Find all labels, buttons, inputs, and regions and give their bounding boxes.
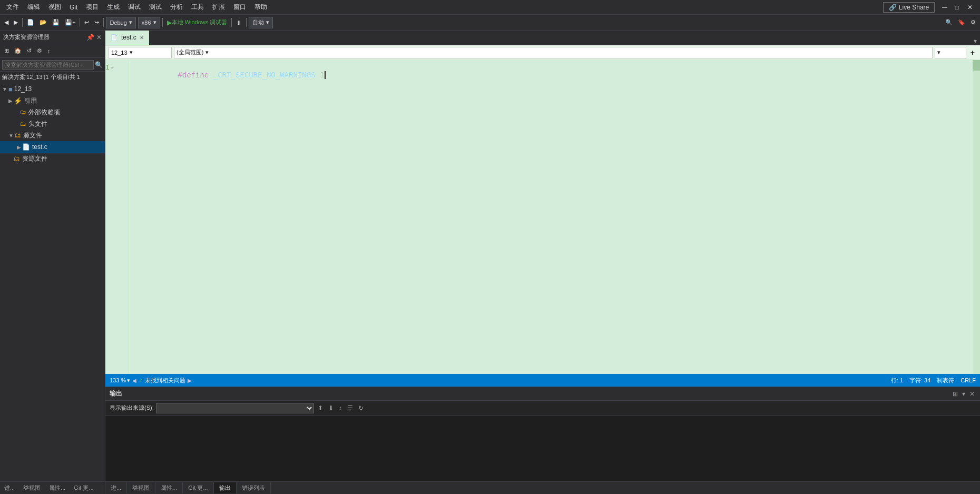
status-right: 行: 1 字符: 34 制表符 CRLF (891, 377, 976, 384)
sidebar-filter-icon[interactable]: ⚙ (35, 46, 44, 55)
output-btn-refresh[interactable]: ↻ (357, 403, 365, 413)
menu-items: 文件 编辑 视图 Git 项目 生成 调试 测试 分析 工具 扩展 窗口 帮助 (2, 1, 883, 14)
sidebar-tab-classview[interactable]: 类视图 (19, 482, 45, 493)
sidebar-search-bar: 🔍 (0, 58, 105, 72)
bottom-tab-output[interactable]: 输出 (214, 482, 237, 493)
menu-edit[interactable]: 编辑 (23, 1, 44, 14)
menu-test[interactable]: 测试 (145, 1, 166, 14)
status-left: 133 % ▾ ◀ ✓ 未找到相关问题 ▶ (110, 377, 192, 384)
toolbar-pause-btn[interactable]: ⏸ (234, 18, 244, 27)
tree-item-testc[interactable]: ▶ 📄 test.c (0, 141, 105, 153)
sidebar-search-icon[interactable]: 🔍 (95, 61, 103, 68)
window-maximize-icon[interactable]: □ (952, 3, 962, 12)
nav-right-dropdown[interactable]: ▾ (935, 47, 966, 58)
bottom-tab-solution[interactable]: 进... (105, 482, 127, 493)
editor-vertical-scrollbar[interactable] (973, 60, 980, 374)
sidebar-header: 决方案资源管理器 📌 ✕ (0, 31, 105, 44)
sidebar-refresh-icon[interactable]: ↺ (25, 46, 34, 55)
toolbar-save-all-btn[interactable]: 💾+ (63, 18, 77, 27)
tab-bar-right-arrow[interactable]: ▾ (971, 37, 980, 45)
nav-add-btn[interactable]: + (968, 47, 977, 58)
menu-analyze[interactable]: 分析 (166, 1, 187, 14)
output-source-dropdown[interactable] (156, 403, 314, 413)
auto-dropdown[interactable]: 自动 ▾ (249, 17, 273, 28)
menu-git[interactable]: Git (65, 2, 82, 13)
main-layout: 决方案资源管理器 📌 ✕ ⊞ 🏠 ↺ ⚙ ↕ 🔍 解决方案'12_13'(1 个… (0, 31, 980, 494)
code-content[interactable]: #define _CRT_SECURE_NO_WARNINGS 1 (129, 60, 973, 374)
sidebar-search-input[interactable] (2, 60, 94, 70)
bottom-tab-properties[interactable]: 属性... (155, 482, 183, 493)
toolbar-new-file-btn[interactable]: 📄 (25, 18, 36, 27)
toolbar-settings-btn[interactable]: ⚙ (968, 18, 978, 27)
debug-config-dropdown[interactable]: Debug ▾ (106, 17, 135, 28)
tree-item-refs[interactable]: ▶ ⚡ 引用 (0, 95, 105, 106)
toolbar-save-btn[interactable]: 💾 (50, 18, 62, 27)
sidebar-close-icon[interactable]: ✕ (96, 34, 102, 41)
toolbar-forward-btn[interactable]: ▶ (12, 18, 20, 27)
tree-item-sources[interactable]: ▼ 🗂 源文件 (0, 130, 105, 141)
window-close-icon[interactable]: ✕ (964, 3, 976, 12)
toolbar-back-btn[interactable]: ◀ (2, 18, 11, 27)
menu-extensions[interactable]: 扩展 (208, 1, 229, 14)
platform-dropdown[interactable]: x86 ▾ (138, 17, 160, 28)
sidebar-tab-properties[interactable]: 属性... (45, 482, 70, 493)
output-float-icon[interactable]: ⊞ (952, 389, 959, 399)
sidebar-tab-solution[interactable]: 进... (0, 482, 19, 493)
menu-file[interactable]: 文件 (2, 1, 23, 14)
tree-item-resources[interactable]: ▶ 🗂 资源文件 (0, 153, 105, 164)
bottom-tab-classview[interactable]: 类视图 (127, 482, 155, 493)
tree-item-project[interactable]: ▼ ■ 12_13 (0, 83, 105, 95)
toolbar-bookmark-btn[interactable]: 🔖 (956, 18, 967, 27)
sidebar-pin-icon[interactable]: 📌 (86, 34, 94, 41)
menu-build[interactable]: 生成 (103, 1, 124, 14)
run-debugger-btn[interactable]: ▶ 本地 Windows 调试器 (165, 17, 230, 27)
bottom-tab-errors[interactable]: 错误列表 (237, 482, 271, 493)
bottom-tab-git[interactable]: Git 更... (183, 482, 213, 493)
sidebar-home-icon[interactable]: 🏠 (12, 46, 24, 55)
tab-testc-close[interactable]: ✕ (140, 35, 144, 41)
live-share-label: Live Share (899, 4, 929, 11)
zoom-arrow: ▾ (127, 377, 130, 384)
sidebar-collapse-icon[interactable]: ↕ (45, 47, 53, 55)
tree-item-headers[interactable]: ▶ 🗂 头文件 (0, 118, 105, 130)
scrollbar-thumb[interactable] (973, 60, 980, 71)
output-btn-2[interactable]: ⬇ (327, 403, 335, 413)
sources-icon: 🗂 (15, 132, 21, 139)
sidebar-tab-git[interactable]: Git 更... (70, 482, 97, 493)
nav-location-dropdown[interactable]: 12_13 ▾ (109, 47, 172, 58)
tree-item-ext-deps[interactable]: ▶ 🗂 外部依赖项 (0, 106, 105, 118)
status-encoding: CRLF (961, 377, 976, 383)
separator-4 (162, 18, 163, 27)
resources-icon: 🗂 (14, 155, 20, 162)
menu-view[interactable]: 视图 (44, 1, 65, 14)
toolbar-undo-btn[interactable]: ↩ (82, 18, 91, 27)
output-collapse-icon[interactable]: ▾ (961, 389, 966, 399)
separator-2 (80, 18, 80, 27)
toolbar-redo-btn[interactable]: ↪ (92, 18, 101, 27)
check-icon: ✓ (139, 377, 143, 384)
tab-testc[interactable]: 📄 test.c ✕ (105, 31, 150, 45)
nav-scope-dropdown[interactable]: (全局范围) ▾ (174, 47, 933, 58)
zoom-dropdown[interactable]: 133 % ▾ (110, 377, 130, 384)
output-btn-3[interactable]: ↕ (337, 403, 344, 413)
menu-window[interactable]: 窗口 (229, 1, 250, 14)
menu-debug[interactable]: 调试 (124, 1, 145, 14)
status-no-issues[interactable]: ✓ 未找到相关问题 (139, 377, 185, 384)
sidebar-new-solution-icon[interactable]: ⊞ (2, 46, 11, 55)
toolbar-open-btn[interactable]: 📂 (37, 18, 49, 27)
tree-label-headers: 头文件 (28, 120, 47, 129)
editor-nav: 12_13 ▾ (全局范围) ▾ ▾ + (105, 45, 980, 60)
nav-scope-label: (全局范围) (177, 48, 203, 56)
window-minimize-icon[interactable]: ─ (939, 3, 950, 12)
code-editor[interactable]: 1 ✏ #define _CRT_SECURE_NO_WARNINGS 1 (105, 60, 980, 374)
menu-project[interactable]: 项目 (82, 1, 103, 14)
menu-tools[interactable]: 工具 (187, 1, 208, 14)
tree-arrow-refs: ▶ (8, 98, 13, 104)
output-btn-4[interactable]: ☰ (346, 403, 355, 413)
separator-3 (103, 18, 104, 27)
toolbar-search-btn[interactable]: 🔍 (943, 18, 955, 27)
live-share-button[interactable]: 🔗 Live Share (883, 2, 935, 13)
output-btn-1[interactable]: ⬆ (316, 403, 325, 413)
output-close-icon[interactable]: ✕ (968, 389, 976, 399)
menu-help[interactable]: 帮助 (250, 1, 271, 14)
